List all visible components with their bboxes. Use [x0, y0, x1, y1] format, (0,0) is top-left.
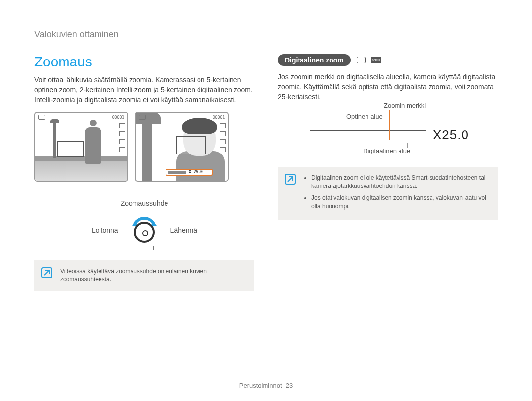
- camera-side-icons: [220, 123, 226, 152]
- page-footer: Perustoiminnot 23: [0, 382, 532, 389]
- zoom-control-row: Loitonna Lähennä: [34, 215, 254, 246]
- note-text: Videoissa käytettävä zoomaussuhde on eri…: [60, 268, 207, 283]
- metering-icon: [119, 131, 125, 136]
- camera-mode-icon: [38, 115, 45, 120]
- illustration-person: [85, 127, 101, 164]
- intro-paragraph: Voit ottaa lähikuvia säätämällä zoomia. …: [34, 75, 254, 105]
- metering-icon: [220, 131, 226, 136]
- marker-label: Zoomin merkki: [384, 102, 426, 109]
- section-title: Zoomaus: [34, 54, 254, 70]
- content-columns: Zoomaus Voit ottaa lähikuvia säätämällä …: [34, 54, 498, 291]
- flash-icon: [220, 139, 226, 144]
- optical-label: Optinen alue: [346, 113, 383, 120]
- zoom-dial-illustration: [129, 215, 160, 246]
- note-info-icon: [41, 267, 52, 278]
- camera-mode-icon: [139, 115, 146, 120]
- zoom-bar-indicator: X 25.0: [166, 169, 213, 176]
- zoom-bar-value: X 25.0: [189, 170, 203, 174]
- focus-rectangle: [57, 141, 84, 157]
- zoom-wide-icon: [129, 246, 135, 250]
- shot-counter: 00001: [112, 115, 124, 120]
- camera-side-icons: [119, 123, 125, 152]
- illustration-hair: [182, 118, 217, 134]
- mode-p-icon: [357, 57, 366, 63]
- zoom-x-value: X25.0: [433, 127, 469, 143]
- camera-screen-wide: 00001: [34, 112, 128, 182]
- camera-screen-zoomed: 00001 X 25.0: [135, 112, 229, 182]
- camera-top-bar: 00001: [38, 115, 124, 120]
- note-item: Jos otat valokuvan digitaalisen zoomin k…: [311, 194, 490, 211]
- note-item: Digitaalinen zoom ei ole käytettävissä S…: [311, 174, 490, 191]
- focus-rectangle: [176, 136, 206, 154]
- note-info-icon: [285, 174, 296, 185]
- illustration-lamp: [53, 119, 56, 158]
- footer-page-number: 23: [286, 382, 293, 389]
- digital-label: Digitaalinen alue: [363, 147, 410, 154]
- note-list: Digitaalinen zoom ei ole käytettävissä S…: [303, 174, 490, 211]
- subsection-pill: Digitaalinen zoom: [278, 54, 351, 66]
- zoom-in-label: Lähennä: [170, 226, 198, 234]
- footer-section: Perustoiminnot: [239, 382, 282, 389]
- zoom-out-label: Loitonna: [92, 226, 118, 234]
- macro-icon: [119, 147, 125, 152]
- resolution-icon: [220, 123, 226, 128]
- breadcrumb: Valokuvien ottaminen: [34, 30, 498, 40]
- marker-callout-line: [389, 110, 390, 129]
- mode-scene-icon: [371, 57, 381, 63]
- illustration-lamp-closeup: [142, 112, 152, 182]
- resolution-icon: [119, 123, 125, 128]
- zoom-range-diagram: Zoomin merkki Optinen alue Digitaalinen …: [299, 110, 476, 157]
- callout-line: [210, 176, 210, 203]
- digital-zoom-paragraph: Jos zoomin merkki on digitaalisella alue…: [278, 72, 498, 102]
- camera-top-bar: 00001: [139, 115, 225, 120]
- digital-range-bar: [389, 135, 426, 143]
- dial-ring-icon: [134, 222, 155, 243]
- macro-icon: [220, 147, 226, 152]
- note-box-right: Digitaalinen zoom ei ole käytettävissä S…: [278, 167, 498, 221]
- subsection-header-row: Digitaalinen zoom: [278, 54, 498, 66]
- camera-screenshots: 00001 000: [34, 112, 254, 182]
- left-column: Zoomaus Voit ottaa lähikuvia säätämällä …: [34, 54, 254, 291]
- zoom-bar-fill: [168, 171, 186, 174]
- zoom-ratio-caption: Zoomaussuhde: [34, 199, 254, 207]
- zoom-tele-icon: [153, 246, 160, 250]
- zoom-marker: [389, 128, 390, 140]
- shot-counter: 00001: [212, 115, 225, 120]
- flash-icon: [119, 139, 125, 144]
- note-box-left: Videoissa käytettävä zoomaussuhde on eri…: [34, 260, 254, 291]
- right-column: Digitaalinen zoom Jos zoomin merkki on d…: [278, 54, 498, 291]
- header-divider: [34, 42, 498, 42]
- dial-sublabels: [34, 246, 254, 250]
